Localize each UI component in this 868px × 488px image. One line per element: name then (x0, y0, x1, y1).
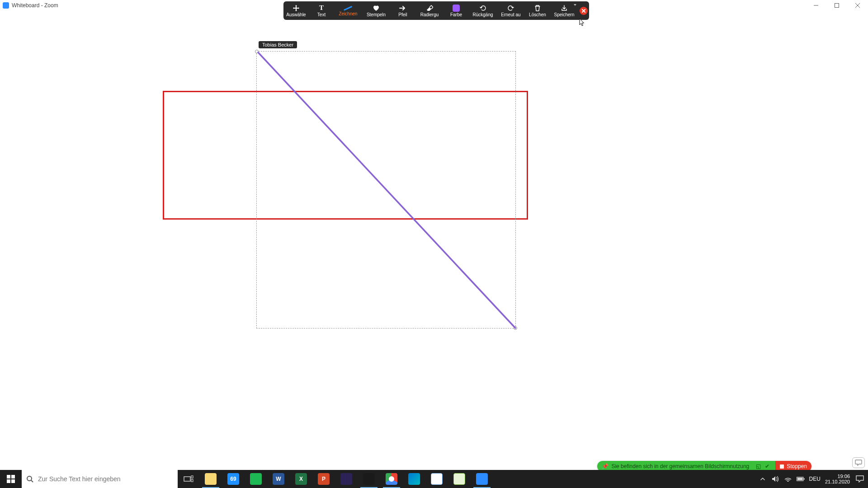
taskbar-app-explorer[interactable] (199, 470, 222, 488)
task-view-icon (184, 475, 193, 483)
taskbar-app-mail[interactable]: 69 (222, 470, 245, 488)
tool-stamp-label: Stempeln (367, 13, 386, 17)
start-button[interactable] (0, 470, 22, 488)
system-tray: DEU 19:06 21.10.2020 (756, 470, 868, 488)
svg-rect-13 (184, 477, 190, 481)
taskbar-app-word[interactable]: W (267, 470, 290, 488)
taskbar-app-chrome[interactable] (380, 470, 403, 488)
window-maximize-button[interactable] (826, 0, 847, 11)
trash-icon (534, 5, 541, 12)
undo-icon (479, 5, 486, 12)
tray-date: 21.10.2020 (825, 479, 850, 484)
window-controls (806, 0, 868, 11)
tool-arrow[interactable]: Pfeil (390, 1, 415, 20)
taskbar-app-notepad[interactable] (425, 470, 448, 488)
save-icon (561, 5, 568, 12)
tray-time: 19:06 (825, 474, 850, 479)
window-title: Whiteboard - Zoom (12, 2, 58, 9)
text-icon: T (319, 4, 324, 12)
color-swatch-icon (453, 5, 460, 12)
window-close-button[interactable] (847, 0, 868, 11)
mail-badge: 69 (230, 476, 236, 482)
svg-line-4 (258, 52, 515, 328)
tool-redo-label: Erneut au (501, 13, 520, 17)
share-view-icon[interactable]: ◱ (755, 463, 762, 470)
search-icon (26, 475, 33, 483)
svg-rect-18 (803, 478, 804, 480)
tool-draw-label: Zeichnen (339, 12, 357, 16)
task-view-button[interactable] (178, 470, 199, 488)
tool-redo[interactable]: Erneut au (497, 1, 525, 20)
tool-eraser[interactable]: Radiergu (415, 1, 443, 20)
arrow-icon (399, 5, 406, 12)
tool-undo[interactable]: Rückgäng (469, 1, 497, 20)
tool-color[interactable]: Farbe (443, 1, 469, 20)
svg-point-16 (788, 481, 788, 482)
chevron-down-icon (574, 4, 576, 6)
tool-save-label: Speichern (554, 13, 574, 17)
tray-battery-icon[interactable] (797, 475, 805, 483)
tool-draw[interactable]: Zeichnen (334, 1, 362, 20)
screen-share-text: Sie befinden sich in der gemeinsamen Bil… (611, 463, 749, 469)
tool-stamp[interactable]: Stempeln (362, 1, 390, 20)
taskbar-app-eclipse[interactable] (335, 470, 358, 488)
taskbar-app-obs[interactable] (358, 470, 380, 488)
stop-icon (780, 465, 784, 469)
taskbar-app-spotify[interactable] (245, 470, 267, 488)
redo-icon (507, 5, 514, 12)
windows-logo-icon (7, 475, 15, 483)
toolbar-close-button[interactable] (578, 1, 589, 20)
tool-save[interactable]: Speichern (550, 1, 578, 20)
taskbar-search-placeholder: Zur Suche Text hier eingeben (38, 475, 121, 483)
tray-volume-icon[interactable] (771, 475, 779, 483)
tool-text-label: Text (317, 13, 326, 17)
windows-taskbar: Zur Suche Text hier eingeben 69 W X P (0, 470, 868, 488)
tool-select-label: Auswähle (286, 13, 306, 17)
tool-undo-label: Rückgäng (472, 13, 493, 17)
tool-select[interactable]: Auswähle (283, 1, 309, 20)
whiteboard-canvas[interactable]: Tobias Becker (0, 11, 868, 474)
taskbar-app-notepadpp[interactable] (448, 470, 471, 488)
tray-network-icon[interactable] (784, 475, 792, 483)
svg-rect-10 (11, 479, 15, 483)
tool-color-label: Farbe (450, 13, 462, 17)
tool-clear-label: Löschen (529, 13, 546, 17)
svg-rect-9 (7, 479, 10, 483)
action-center-button[interactable] (854, 474, 865, 484)
mouse-cursor-icon (579, 18, 585, 27)
annotation-author-tag: Tobias Becker (259, 41, 297, 48)
notification-icon (856, 475, 864, 483)
move-icon (292, 5, 300, 12)
window-minimize-button[interactable] (806, 0, 826, 11)
svg-rect-14 (191, 476, 193, 478)
zoom-app-icon (3, 2, 9, 9)
drawing-diagonal-line (256, 51, 518, 330)
tray-clock[interactable]: 19:06 21.10.2020 (825, 474, 850, 484)
close-icon (582, 9, 585, 13)
tray-language[interactable]: DEU (809, 476, 821, 482)
draw-icon (344, 5, 352, 11)
taskbar-app-powerpoint[interactable]: P (312, 470, 335, 488)
svg-rect-15 (191, 479, 193, 482)
tool-arrow-label: Pfeil (398, 13, 407, 17)
tool-clear[interactable]: Löschen (525, 1, 550, 20)
taskbar-app-excel[interactable]: X (290, 470, 312, 488)
eraser-icon (426, 5, 433, 12)
reactions-button[interactable] (852, 457, 865, 468)
svg-line-12 (31, 480, 33, 482)
stop-share-label: Stoppen (787, 463, 807, 469)
tool-eraser-label: Radiergu (420, 13, 439, 17)
speech-bubble-icon (855, 460, 862, 466)
taskbar-app-edge[interactable] (403, 470, 425, 488)
svg-rect-7 (7, 475, 10, 479)
taskbar-app-zoom[interactable] (471, 470, 493, 488)
tool-text[interactable]: T Text (309, 1, 334, 20)
taskbar-apps: 69 W X P (199, 470, 493, 488)
heart-icon (373, 5, 380, 12)
pin-icon: 📌 (602, 463, 609, 469)
tray-overflow-button[interactable] (759, 475, 767, 483)
share-check-icon[interactable]: ✔ (764, 463, 771, 470)
svg-point-11 (27, 476, 32, 481)
taskbar-search[interactable]: Zur Suche Text hier eingeben (22, 470, 178, 488)
svg-rect-19 (797, 478, 802, 480)
